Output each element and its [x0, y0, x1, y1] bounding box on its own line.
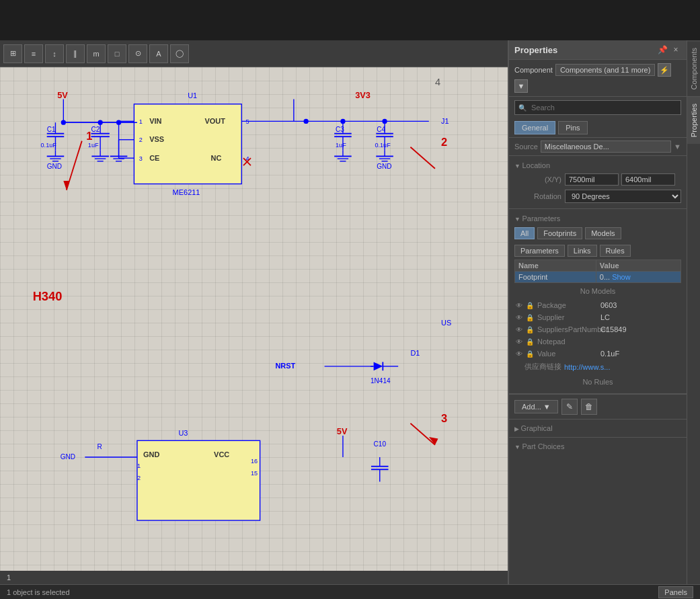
- svg-text:US: US: [441, 319, 451, 327]
- prop-package-value: 0603: [600, 301, 617, 309]
- expand-icon[interactable]: ▼: [514, 79, 528, 93]
- filter-models[interactable]: Models: [585, 227, 621, 239]
- svg-text:1uF: 1uF: [88, 142, 99, 149]
- rotation-row: Rotation 0 Degrees 90 Degrees 180 Degree…: [514, 188, 681, 205]
- delete-button[interactable]: 🗑: [581, 399, 597, 415]
- right-tabs: Components Properties: [687, 40, 700, 584]
- toolbar-btn-7[interactable]: ⊙: [128, 44, 147, 63]
- svg-text:C2: C2: [91, 126, 100, 133]
- svg-point-77: [340, 119, 345, 124]
- graphical-header[interactable]: Graphical: [514, 422, 681, 434]
- toolbar-btn-5[interactable]: m: [87, 44, 106, 63]
- filter-icon[interactable]: ⚡: [658, 63, 671, 77]
- prop-icons-4: 👁 🔒: [514, 337, 535, 346]
- schematic-content[interactable]: 4 5V C1: [0, 67, 508, 571]
- titlebar: [0, 0, 700, 40]
- svg-text:16: 16: [251, 458, 258, 465]
- svg-text:VIN: VIN: [149, 117, 161, 125]
- svg-text:5V: 5V: [57, 90, 68, 100]
- toolbar-btn-4[interactable]: ‖: [66, 44, 85, 63]
- source-input[interactable]: [541, 141, 671, 153]
- close-icon[interactable]: ×: [670, 44, 681, 55]
- x-input[interactable]: [565, 173, 619, 186]
- search-input[interactable]: [514, 100, 681, 115]
- svg-text:GND: GND: [143, 450, 159, 458]
- prop-value-val: 0.1uF: [600, 350, 619, 358]
- lock-icon-2: 🔒: [525, 313, 535, 322]
- tab-components[interactable]: Components: [687, 40, 700, 96]
- toolbar-btn-8[interactable]: A: [149, 44, 168, 63]
- prop-icons-2: 👁 🔒: [514, 313, 535, 322]
- footprint-value-cell: 0... Show: [600, 273, 677, 281]
- show-link[interactable]: Show: [612, 273, 631, 281]
- svg-rect-27: [134, 104, 241, 184]
- source-expand-icon[interactable]: ▼: [674, 143, 681, 151]
- prop-suppliers-part-value: C15849: [600, 325, 627, 333]
- filter-parameters[interactable]: Parameters: [514, 245, 565, 257]
- part-choices-section: Part Choices: [509, 437, 687, 455]
- location-section: Location (X/Y) Rotation 0 Degrees 90 Deg…: [509, 156, 687, 209]
- tab-general[interactable]: General: [514, 121, 555, 134]
- xy-row: (X/Y): [514, 171, 681, 188]
- svg-text:J1: J1: [441, 117, 449, 125]
- svg-line-113: [410, 147, 435, 169]
- parameters-section: Parameters All Footprints Models Paramet…: [509, 209, 687, 394]
- param-table: Name Value Footprint 0... Show: [514, 259, 681, 283]
- svg-text:C10: C10: [374, 440, 387, 448]
- source-label: Source: [514, 143, 538, 151]
- tabs: General Pins: [509, 118, 687, 138]
- parameters-header[interactable]: Parameters: [514, 212, 681, 225]
- svg-text:GND: GND: [61, 453, 75, 461]
- prop-value-label: Value: [537, 350, 598, 358]
- component-value[interactable]: Components (and 11 more): [555, 64, 656, 76]
- filter-rules[interactable]: Rules: [600, 245, 631, 257]
- toolbar-btn-3[interactable]: ↕: [45, 44, 64, 63]
- toolbar-btn-6[interactable]: □: [108, 44, 126, 63]
- rotation-dropdown[interactable]: 0 Degrees 90 Degrees 180 Degrees 270 Deg…: [565, 190, 681, 203]
- filter-footprints[interactable]: Footprints: [537, 227, 582, 239]
- panel-header-icons: 📌 ×: [657, 44, 681, 55]
- svg-text:3: 3: [139, 155, 143, 162]
- component-selector: Component Components (and 11 more) ⚡ ▼: [509, 60, 687, 97]
- svg-text:1uF: 1uF: [336, 142, 346, 149]
- add-button[interactable]: Add... ▼: [514, 400, 558, 413]
- filter-links[interactable]: Links: [568, 245, 597, 257]
- action-row: Add... ▼ ✎ 🗑: [509, 394, 687, 419]
- svg-text:VSS: VSS: [149, 135, 164, 143]
- svg-text:C1: C1: [47, 126, 56, 133]
- xy-label: (X/Y): [514, 175, 561, 184]
- toolbar-btn-9[interactable]: ◯: [170, 44, 189, 63]
- edit-button[interactable]: ✎: [561, 399, 578, 415]
- prop-icons-3: 👁 🔒: [514, 325, 535, 334]
- tab-properties[interactable]: Properties: [687, 96, 700, 144]
- svg-text:CE: CE: [149, 154, 159, 162]
- toolbar-btn-1[interactable]: ⊞: [3, 44, 22, 63]
- no-rules: No Rules: [514, 374, 681, 390]
- svg-text:NC: NC: [211, 154, 222, 162]
- svg-text:H340: H340: [33, 289, 63, 303]
- tab-pins[interactable]: Pins: [558, 121, 587, 134]
- svg-text:2: 2: [139, 136, 143, 143]
- prop-value: 👁 🔒 Value 0.1uF: [514, 348, 681, 360]
- properties-panel: Properties 📌 × Component Components (and…: [508, 40, 687, 584]
- supplier-chain-value[interactable]: http://www.s...: [564, 363, 610, 371]
- svg-point-50: [116, 120, 121, 125]
- panel-title: Properties: [514, 45, 557, 55]
- panel-header: Properties 📌 ×: [509, 40, 687, 60]
- svg-text:GND: GND: [47, 163, 62, 170]
- filter-row-1: All Footprints Models: [514, 225, 681, 242]
- svg-text:15: 15: [251, 470, 258, 477]
- svg-line-115: [410, 424, 435, 445]
- table-row[interactable]: Footprint 0... Show: [515, 272, 681, 283]
- filter-all[interactable]: All: [514, 227, 535, 239]
- status-bottom: 1 object is selected Panels: [0, 584, 700, 599]
- pin-icon[interactable]: 📌: [657, 44, 668, 55]
- prop-supplier-label: Supplier: [537, 313, 598, 321]
- toolbar-btn-2[interactable]: ≡: [24, 44, 43, 63]
- panels-button[interactable]: Panels: [658, 586, 693, 598]
- svg-text:U3: U3: [178, 429, 188, 437]
- part-choices-header[interactable]: Part Choices: [514, 440, 681, 452]
- location-header[interactable]: Location: [514, 159, 681, 171]
- y-input[interactable]: [621, 173, 675, 186]
- svg-text:1: 1: [139, 118, 143, 125]
